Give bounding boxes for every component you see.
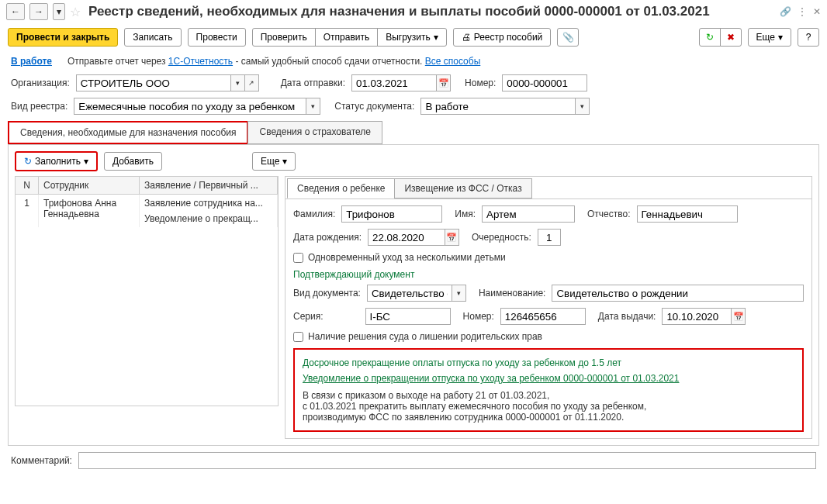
termination-doc-link[interactable]: Уведомление о прекращении отпуска по ухо… [303, 373, 794, 384]
nav-forward[interactable]: → [29, 3, 48, 20]
calendar-icon [438, 78, 449, 88]
comment-input[interactable] [78, 452, 816, 469]
doc-name-label: Наименование: [479, 288, 546, 299]
export-button[interactable]: Выгрузить ▾ [377, 28, 447, 47]
tab-info-for-benefit[interactable]: Сведения, необходимые для назначения пос… [8, 121, 248, 144]
employee-grid[interactable]: N Сотрудник Заявление / Первичный ... 1 … [15, 176, 279, 406]
doc-type-dropdown[interactable]: ▾ [452, 285, 466, 302]
inner-more-button[interactable]: Еще ▾ [252, 152, 296, 171]
paperclip-icon: 📎 [562, 32, 574, 43]
termination-block: Досрочное прекращение оплаты отпуска по … [293, 348, 804, 432]
tab-insurer-info[interactable]: Сведения о страхователе [247, 121, 382, 144]
birthdate-calendar[interactable] [445, 229, 459, 246]
org-dropdown[interactable]: ▾ [231, 74, 245, 91]
window-title: Реестр сведений, необходимых для назначе… [88, 4, 775, 19]
middlename-input[interactable] [637, 205, 738, 223]
post-button[interactable]: Провести [188, 28, 246, 47]
send-date-label: Дата отправки: [281, 78, 345, 88]
fill-button[interactable]: Заполнить ▾ [15, 151, 98, 171]
doc-status-input[interactable] [420, 98, 576, 115]
middlename-label: Отчество: [587, 209, 631, 219]
send-date-calendar[interactable] [437, 74, 451, 91]
col-number[interactable]: N [16, 177, 39, 194]
refresh-button[interactable]: ↻ [699, 28, 721, 47]
calendar-icon [733, 312, 744, 322]
more-button[interactable]: Еще ▾ [748, 28, 791, 47]
org-label: Организация: [11, 78, 70, 88]
birthdate-label: Дата рождения: [293, 232, 362, 243]
menu-icon[interactable]: ⋮ [798, 6, 807, 17]
issue-calendar[interactable] [732, 308, 746, 325]
reg-type-dropdown[interactable]: ▾ [306, 98, 320, 115]
lastname-label: Фамилия: [293, 209, 335, 219]
attach-button[interactable]: 📎 [557, 28, 579, 47]
termination-title: Досрочное прекращение оплаты отпуска по … [303, 357, 794, 368]
col-statement[interactable]: Заявление / Первичный ... [140, 177, 278, 194]
birthdate-input[interactable] [368, 229, 445, 246]
col-employee[interactable]: Сотрудник [39, 177, 140, 194]
docnum-input[interactable] [500, 308, 586, 325]
fill-arrow-icon [24, 156, 32, 167]
calendar-icon [446, 233, 457, 243]
add-button[interactable]: Добавить [104, 152, 162, 171]
issue-label: Дата выдачи: [598, 311, 656, 322]
link-icon[interactable]: 🔗 [780, 6, 791, 17]
docnum-label: Номер: [463, 311, 494, 322]
printer-icon: 🖨 [462, 32, 471, 43]
send-hint: Отправьте отчет через 1С-Отчетность - са… [67, 56, 480, 67]
nav-history-dropdown[interactable]: ▾ [53, 3, 65, 20]
court-checkbox[interactable] [293, 332, 303, 342]
firstname-label: Имя: [455, 209, 476, 219]
status-link[interactable]: В работе [11, 56, 52, 67]
doc-status-label: Статус документа: [334, 101, 414, 112]
registry-button[interactable]: 🖨 Реестр пособий [453, 28, 552, 47]
series-label: Серия: [293, 311, 324, 322]
issue-date-input[interactable] [662, 308, 732, 325]
multi-care-checkbox[interactable] [293, 253, 303, 263]
send-date-input[interactable] [351, 74, 437, 91]
confirm-doc-section: Подтверждающий документ [293, 269, 804, 280]
all-methods-link[interactable]: Все способы [425, 56, 481, 67]
reporting-link[interactable]: 1С-Отчетность [168, 56, 233, 67]
series-input[interactable] [365, 308, 451, 325]
doc-status-dropdown[interactable]: ▾ [576, 98, 590, 115]
order-input[interactable] [538, 229, 561, 246]
subtab-child-info[interactable]: Сведения о ребенке [287, 178, 395, 198]
court-label: Наличие решения суда о лишении родительс… [308, 331, 542, 342]
save-button[interactable]: Записать [124, 28, 181, 47]
table-row[interactable]: 1 Трифонова Анна Геннадьевна Заявление с… [16, 195, 278, 227]
order-label: Очередность: [472, 232, 531, 243]
nav-back[interactable]: ← [6, 3, 25, 20]
close-icon[interactable]: ✕ [813, 6, 821, 17]
doc-type-label: Вид документа: [293, 288, 361, 299]
lastname-input[interactable] [341, 205, 442, 223]
termination-text: В связи с приказом о выходе на работу 21… [303, 390, 794, 423]
subtab-fss-notice[interactable]: Извещение из ФСС / Отказ [394, 178, 531, 198]
number-input[interactable] [502, 74, 587, 91]
cancel-button[interactable]: ✖ [720, 28, 742, 47]
favorite-star-icon[interactable]: ☆ [70, 5, 81, 19]
org-open[interactable]: ↗ [245, 74, 259, 91]
post-and-close-button[interactable]: Провести и закрыть [8, 28, 118, 47]
cancel-icon: ✖ [727, 32, 735, 43]
comment-label: Комментарий: [11, 455, 72, 466]
send-button[interactable]: Отправить [315, 28, 379, 47]
reg-type-label: Вид реестра: [11, 101, 67, 112]
multi-care-label: Одновременный уход за несколькими детьми [308, 252, 506, 263]
doc-name-input[interactable] [552, 285, 804, 302]
number-label: Номер: [465, 78, 496, 88]
check-button[interactable]: Проверить [252, 28, 316, 47]
refresh-icon: ↻ [706, 32, 714, 43]
help-button[interactable]: ? [798, 28, 819, 47]
doc-type-input[interactable] [367, 285, 452, 302]
org-input[interactable] [76, 74, 231, 91]
firstname-input[interactable] [482, 205, 575, 223]
reg-type-input[interactable] [74, 98, 306, 115]
